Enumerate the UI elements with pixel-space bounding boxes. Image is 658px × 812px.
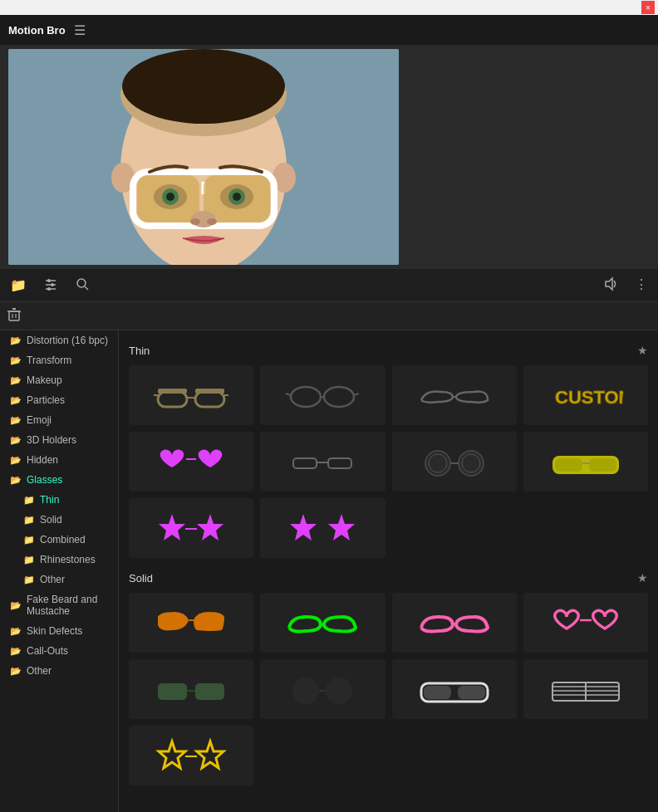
glasses-item-star-pink2[interactable] bbox=[260, 498, 385, 558]
svg-rect-78 bbox=[458, 686, 485, 699]
svg-marker-85 bbox=[197, 741, 223, 768]
svg-point-18 bbox=[190, 218, 200, 225]
folder-icon-makeup: 📂 bbox=[10, 375, 22, 386]
glasses-item-small-rect[interactable] bbox=[260, 432, 385, 492]
sidebar-item-thin[interactable]: 📁 Thin bbox=[0, 490, 118, 510]
svg-rect-77 bbox=[424, 686, 451, 699]
glasses-item-browline[interactable] bbox=[129, 365, 253, 425]
speaker-icon[interactable] bbox=[600, 273, 621, 298]
search-icon[interactable] bbox=[71, 273, 93, 298]
sidebar-item-call-outs[interactable]: 📂 Call-Outs bbox=[0, 641, 118, 661]
glasses-item-small-round[interactable] bbox=[392, 432, 517, 492]
folder-icon-particles: 📂 bbox=[10, 395, 22, 406]
solid-star-icon[interactable]: ★ bbox=[637, 571, 648, 585]
svg-rect-29 bbox=[9, 311, 19, 320]
toolbar-right: ⋮ bbox=[600, 273, 651, 298]
sidebar-item-rhinestones[interactable]: 📁 Rhinestones bbox=[0, 550, 118, 570]
solid-section-title: Solid bbox=[129, 572, 153, 585]
sidebar-item-fake-beard[interactable]: 📂 Fake Beard and Mustache bbox=[0, 589, 118, 621]
svg-rect-40 bbox=[195, 389, 224, 394]
folder-icon-solid: 📁 bbox=[23, 515, 35, 526]
svg-rect-59 bbox=[589, 458, 616, 472]
more-icon[interactable]: ⋮ bbox=[631, 273, 651, 298]
sidebar-item-skin-defects[interactable]: 📂 Skin Defects bbox=[0, 621, 118, 641]
thin-glasses-grid: CUSTOM bbox=[129, 365, 648, 558]
svg-line-27 bbox=[85, 286, 88, 290]
folder-icon-transform: 📂 bbox=[10, 355, 22, 366]
app-header: Motion Bro ☰ bbox=[0, 15, 658, 45]
content-area: Thin ★ bbox=[119, 330, 658, 812]
close-button[interactable]: × bbox=[641, 1, 655, 14]
svg-marker-62 bbox=[197, 514, 223, 541]
sidebar-item-3dholders[interactable]: 📂 3D Holders bbox=[0, 430, 118, 450]
sidebar-item-distortion[interactable]: 📂 Distortion (16 bpc) bbox=[0, 330, 118, 350]
sidebar-item-glasses[interactable]: 📂 Glasses bbox=[0, 470, 118, 490]
toolbar: 📁 ⋮ bbox=[0, 269, 658, 302]
solid-glasses-grid bbox=[129, 593, 648, 785]
solid-section-header: Solid ★ bbox=[129, 571, 648, 585]
svg-point-15 bbox=[166, 193, 174, 201]
folder-icon-combined: 📁 bbox=[23, 535, 35, 545]
svg-point-16 bbox=[233, 193, 241, 201]
svg-rect-50 bbox=[328, 458, 351, 468]
folder-icon-other: 📂 bbox=[10, 666, 22, 677]
folder-icon[interactable]: 📁 bbox=[7, 274, 30, 296]
sidebar: 📂 Distortion (16 bpc) 📂 Transform 📂 Make… bbox=[0, 330, 119, 812]
sidebar-item-emoji[interactable]: 📂 Emoji bbox=[0, 410, 118, 430]
svg-point-25 bbox=[47, 287, 51, 291]
svg-marker-28 bbox=[606, 278, 612, 290]
svg-rect-58 bbox=[555, 458, 582, 472]
solid-item-dark-military[interactable] bbox=[129, 659, 253, 719]
folder-icon-hidden: 📂 bbox=[10, 455, 22, 466]
svg-line-45 bbox=[354, 394, 359, 395]
glasses-item-custom[interactable]: CUSTOM bbox=[523, 365, 648, 425]
glasses-item-yellow-wide[interactable] bbox=[523, 432, 648, 492]
thin-section-title: Thin bbox=[129, 345, 150, 357]
sidebar-item-hidden[interactable]: 📂 Hidden bbox=[0, 450, 118, 470]
glasses-item-heart-pink[interactable] bbox=[129, 432, 253, 492]
folder-icon-call-outs: 📂 bbox=[10, 646, 22, 657]
solid-item-round-dark2[interactable] bbox=[260, 659, 385, 719]
sidebar-item-combined[interactable]: 📁 Combined bbox=[0, 530, 118, 550]
title-bar: × bbox=[0, 0, 658, 15]
folder-icon-distortion: 📂 bbox=[10, 335, 22, 346]
adjust-icon[interactable] bbox=[40, 273, 61, 298]
svg-marker-64 bbox=[290, 514, 317, 541]
glasses-item-cat-eye[interactable] bbox=[392, 365, 517, 425]
svg-marker-65 bbox=[328, 514, 355, 541]
folder-icon-glasses: 📂 bbox=[10, 475, 22, 486]
sidebar-item-transform[interactable]: 📂 Transform bbox=[0, 350, 118, 370]
solid-item-pink-cat[interactable] bbox=[392, 593, 517, 653]
sidebar-item-particles[interactable]: 📂 Particles bbox=[0, 390, 118, 410]
solid-item-pink-heart[interactable] bbox=[523, 593, 648, 653]
delete-icon[interactable] bbox=[7, 307, 22, 325]
thin-star-icon[interactable]: ★ bbox=[637, 344, 648, 357]
thin-section-header: Thin ★ bbox=[129, 344, 648, 357]
svg-point-41 bbox=[291, 387, 321, 407]
svg-rect-39 bbox=[158, 389, 187, 394]
svg-marker-84 bbox=[159, 741, 185, 768]
folder-icon-rhinestones: 📁 bbox=[23, 555, 35, 565]
solid-item-green-cat[interactable] bbox=[260, 593, 385, 653]
solid-item-white-wide[interactable] bbox=[392, 659, 517, 719]
menu-icon[interactable]: ☰ bbox=[74, 22, 86, 38]
svg-text:CUSTOM: CUSTOM bbox=[555, 387, 623, 408]
solid-item-orange-aviator[interactable] bbox=[129, 593, 253, 653]
svg-point-23 bbox=[51, 283, 54, 286]
glasses-item-star-pink1[interactable] bbox=[129, 498, 253, 558]
svg-point-74 bbox=[326, 677, 352, 704]
folder-icon-emoji: 📂 bbox=[10, 415, 22, 426]
sidebar-item-makeup[interactable]: 📂 Makeup bbox=[0, 370, 118, 390]
app-title: Motion Bro bbox=[8, 24, 66, 37]
svg-rect-34 bbox=[158, 392, 187, 407]
glasses-item-round-dark[interactable] bbox=[260, 365, 385, 425]
sidebar-item-solid[interactable]: 📁 Solid bbox=[0, 510, 118, 530]
sidebar-item-other-glasses[interactable]: 📁 Other bbox=[0, 570, 118, 589]
solid-item-star-yellow[interactable] bbox=[129, 726, 253, 785]
svg-point-19 bbox=[207, 218, 217, 225]
sidebar-item-other[interactable]: 📂 Other bbox=[0, 661, 118, 681]
solid-item-shutter-shades[interactable] bbox=[523, 659, 648, 719]
svg-rect-71 bbox=[195, 683, 224, 700]
folder-icon-thin: 📁 bbox=[23, 495, 35, 506]
svg-point-26 bbox=[77, 279, 86, 287]
